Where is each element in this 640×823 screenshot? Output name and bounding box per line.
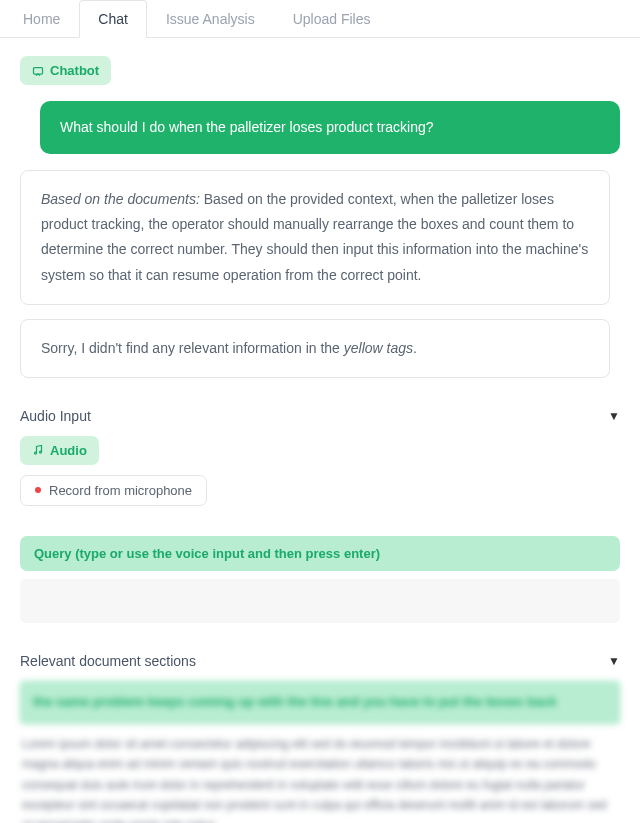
bot-message-tail: . xyxy=(413,340,417,356)
query-input[interactable] xyxy=(20,579,620,623)
audio-label: Audio xyxy=(50,443,87,458)
query-label: Query (type or use the voice input and t… xyxy=(20,536,620,571)
relevant-highlight: the same problem keeps coming up with th… xyxy=(20,681,620,724)
tab-chat[interactable]: Chat xyxy=(79,0,147,38)
chevron-down-icon: ▼ xyxy=(608,409,620,423)
chevron-down-icon: ▼ xyxy=(608,654,620,668)
tab-issue-analysis[interactable]: Issue Analysis xyxy=(147,0,274,37)
svg-rect-0 xyxy=(34,67,43,74)
chatbot-label: Chatbot xyxy=(50,63,99,78)
bot-message-em: yellow tags xyxy=(344,340,413,356)
audio-badge: Audio xyxy=(20,436,99,465)
chat-icon xyxy=(32,65,44,77)
bot-message: Based on the documents: Based on the pro… xyxy=(20,170,610,305)
chatbot-badge: Chatbot xyxy=(20,56,111,85)
svg-point-1 xyxy=(35,452,37,454)
music-icon xyxy=(32,444,44,456)
bot-message-prefix: Based on the documents: xyxy=(41,191,200,207)
chat-messages: What should I do when the palletizer los… xyxy=(20,101,620,378)
user-message: What should I do when the palletizer los… xyxy=(40,101,620,154)
record-microphone-button[interactable]: Record from microphone xyxy=(20,475,207,506)
audio-section-toggle[interactable]: Audio Input ▼ xyxy=(20,408,620,424)
record-label: Record from microphone xyxy=(49,483,192,498)
tab-home[interactable]: Home xyxy=(4,0,79,37)
bot-message: Sorry, I didn't find any relevant inform… xyxy=(20,319,610,378)
relevant-header: Relevant document sections xyxy=(20,653,196,669)
bot-message-text: Sorry, I didn't find any relevant inform… xyxy=(41,340,344,356)
svg-point-2 xyxy=(40,451,42,453)
relevant-section-toggle[interactable]: Relevant document sections ▼ xyxy=(20,653,620,669)
relevant-body: Lorem ipsum dolor sit amet consectetur a… xyxy=(20,724,620,823)
tab-upload-files[interactable]: Upload Files xyxy=(274,0,390,37)
audio-input-header: Audio Input xyxy=(20,408,91,424)
audio-section-body: Audio Record from microphone xyxy=(20,436,620,506)
tab-bar: Home Chat Issue Analysis Upload Files xyxy=(0,0,640,38)
relevant-section-body: the same problem keeps coming up with th… xyxy=(20,681,620,823)
record-dot-icon xyxy=(35,487,41,493)
